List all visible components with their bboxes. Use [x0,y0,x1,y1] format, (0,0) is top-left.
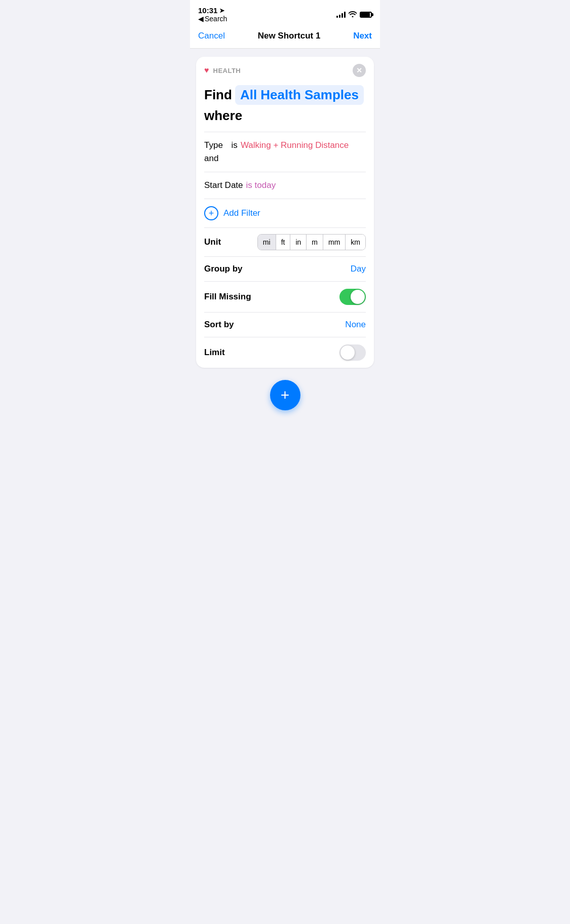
back-chevron-icon: ◀ [198,15,204,23]
limit-toggle[interactable] [339,344,366,361]
status-icons [336,11,372,19]
type-is-label: is [232,140,238,150]
card-header: ♥ HEALTH ✕ [196,57,374,83]
unit-label: Unit [204,237,221,247]
unit-option-mi[interactable]: mi [258,235,276,250]
unit-option-m[interactable]: m [307,235,323,250]
location-icon: ➤ [219,7,224,14]
type-field-label: Type [204,140,223,150]
add-shortcut-button[interactable]: + [270,380,300,410]
shortcut-card: ♥ HEALTH ✕ Find All Health Samples where… [196,57,374,368]
status-left: 10:31 ➤ ◀ Search [198,6,227,23]
signal-icon [336,12,346,18]
main-content: ♥ HEALTH ✕ Find All Health Samples where… [190,49,380,431]
back-label: Search [205,15,227,23]
find-text: Find [204,87,232,103]
type-operator-label [226,140,229,150]
unit-option-mm[interactable]: mm [323,235,346,250]
section-label: HEALTH [213,67,241,74]
heart-icon: ♥ [204,66,209,75]
filter-date-row: Start Date is today [196,172,374,199]
status-time: 10:31 ➤ [198,6,227,15]
where-text: where [204,108,242,124]
navigation-bar: Cancel New Shortcut 1 Next [190,25,380,49]
fill-missing-row: Fill Missing [196,282,374,312]
add-filter-row[interactable]: + Add Filter [196,199,374,227]
fill-missing-label: Fill Missing [204,292,251,302]
limit-row: Limit [196,337,374,368]
wifi-icon [349,11,357,19]
toggle-knob [351,290,365,304]
limit-toggle-knob [340,345,355,360]
close-button[interactable]: ✕ [353,64,366,77]
type-value-button[interactable]: Walking + Running Distance [241,140,349,150]
filter-type-row: Type is Walking + Running Distance and [196,132,374,172]
next-button[interactable]: Next [353,31,372,41]
group-by-value[interactable]: Day [351,264,366,274]
group-by-row: Group by Day [196,257,374,281]
conjunction-label: and [204,153,218,164]
unit-option-in[interactable]: in [290,235,307,250]
limit-label: Limit [204,348,225,358]
sort-by-label: Sort by [204,320,234,330]
unit-selector[interactable]: mi ft in m mm km [257,234,366,250]
nav-title: New Shortcut 1 [258,31,321,41]
unit-option-ft[interactable]: ft [276,235,291,250]
date-value-button[interactable]: is today [246,180,276,190]
plus-icon: + [281,387,290,404]
find-row: Find All Health Samples where [196,83,374,132]
back-nav[interactable]: ◀ Search [198,15,227,23]
add-button-container: + [196,368,374,422]
samples-button[interactable]: All Health Samples [235,85,364,105]
add-filter-label: Add Filter [223,208,260,218]
status-bar: 10:31 ➤ ◀ Search [190,0,380,25]
sort-by-value[interactable]: None [345,320,366,330]
group-by-label: Group by [204,264,243,274]
cancel-button[interactable]: Cancel [198,31,225,41]
unit-row: Unit mi ft in m mm km [196,228,374,256]
date-field-label: Start Date [204,180,243,190]
time-text: 10:31 [198,6,217,15]
fill-missing-toggle[interactable] [339,289,366,305]
unit-option-km[interactable]: km [346,235,365,250]
card-header-left: ♥ HEALTH [204,66,241,75]
sort-by-row: Sort by None [196,313,374,337]
battery-icon [360,12,372,18]
add-filter-circle-icon: + [204,206,218,220]
